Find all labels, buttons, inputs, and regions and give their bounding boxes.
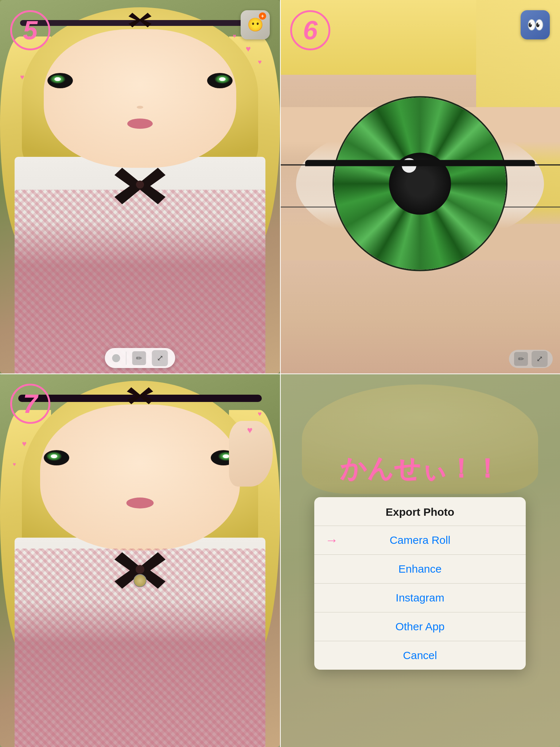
outfit-pattern (15, 190, 265, 374)
step5-label: 5 (23, 17, 38, 43)
enhance-item[interactable]: Enhance (314, 555, 526, 584)
toolbar-divider (126, 352, 127, 365)
bl-lips (127, 498, 154, 508)
enhance-label: Enhance (398, 563, 442, 575)
step7-circle: 7 (10, 384, 50, 424)
toolbar-dot (112, 354, 120, 362)
eraser-button[interactable]: ✏ (132, 351, 146, 365)
bottom-toolbar: ✏ ⤢ (105, 348, 175, 368)
export-quadrant: かんせぃ！！ Export Photo → Camera Roll Enhanc… (280, 374, 560, 747)
dialog-overlay: かんせぃ！！ Export Photo → Camera Roll Enhanc… (280, 374, 560, 747)
other-app-label: Other App (395, 620, 444, 633)
lips (127, 119, 153, 129)
left-eye (47, 73, 73, 88)
face-layer (44, 29, 236, 168)
step6-quadrant: 6 👀 ✏ ⤢ (280, 0, 560, 374)
hand (229, 421, 273, 487)
kansei-title: かんせぃ！！ (340, 451, 500, 486)
tr-bottom-bar: ✏ ⤢ (509, 350, 553, 368)
step5-quadrant: ♥ ♥ ♥ ♥ 5 😶 + ✏ ⤢ (0, 0, 280, 374)
dialog-title: Export Photo (314, 497, 526, 526)
other-app-item[interactable]: Other App (314, 612, 526, 641)
step7-label: 7 (23, 389, 38, 419)
instagram-label: Instagram (396, 592, 444, 604)
step5-circle: 5 (10, 10, 50, 50)
step7-quadrant: ♥ ♥ ♥ ♥ 7 (0, 374, 280, 747)
eyeliner (305, 165, 535, 166)
app-icon-tr[interactable]: 👀 (521, 10, 550, 39)
nose (137, 106, 143, 109)
brooch (133, 574, 147, 587)
instagram-item[interactable]: Instagram (314, 584, 526, 612)
move-button[interactable]: ⤢ (152, 350, 168, 366)
tr-move-btn[interactable]: ⤢ (532, 351, 548, 367)
camera-roll-label: Camera Roll (390, 534, 451, 546)
bl-left-eye (44, 450, 69, 465)
app-icon-tl[interactable]: 😶 + (241, 10, 270, 39)
cancel-item[interactable]: Cancel (314, 641, 526, 670)
camera-roll-item[interactable]: → Camera Roll (314, 526, 526, 555)
right-eye (207, 73, 233, 88)
app-icon-badge: + (259, 12, 266, 20)
bl-face (40, 405, 240, 550)
tr-eraser-btn[interactable]: ✏ (514, 352, 528, 366)
step6-label: 6 (303, 17, 318, 43)
pink-arrow: → (325, 533, 338, 548)
step6-circle: 6 (290, 10, 330, 50)
iris-container (332, 96, 508, 271)
export-dialog: Export Photo → Camera Roll Enhance Insta… (314, 497, 526, 670)
app-icon-tr-emoji: 👀 (527, 17, 544, 33)
bow-knot (136, 181, 144, 189)
cancel-label: Cancel (403, 649, 437, 662)
bl-bow-knot (136, 565, 144, 574)
eye-container (292, 107, 548, 260)
